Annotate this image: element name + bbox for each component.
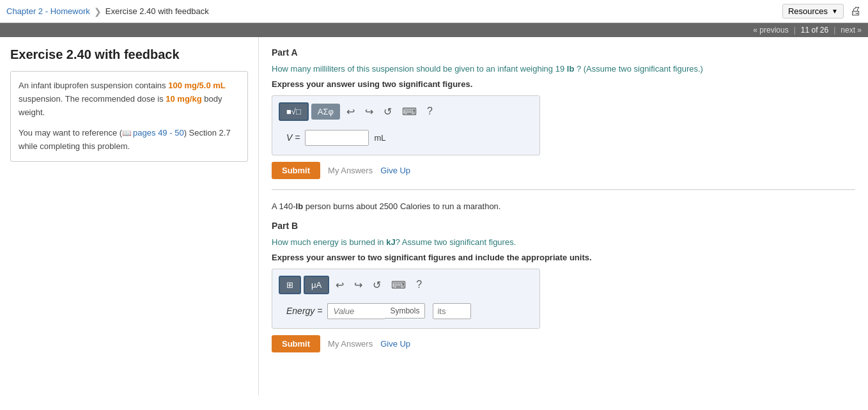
- help-icon: ?: [427, 106, 433, 116]
- part-b-toolbar: ⊞ μA ↩ ↪ ↺ ⌨: [279, 276, 533, 294]
- ref-intro-text: You may want to reference (: [19, 128, 122, 138]
- previous-link[interactable]: « previous: [753, 26, 788, 35]
- grid-icon: ⊞: [286, 280, 293, 290]
- redo-button[interactable]: ↪: [361, 103, 377, 120]
- part-a-label: Part A: [272, 47, 855, 58]
- sidebar: Exercise 2.40 with feedback An infant ib…: [0, 37, 259, 395]
- part-b-value-input[interactable]: [327, 303, 385, 319]
- part-b-question: How much energy is burned in kJ? Assume …: [272, 236, 855, 249]
- between-parts-text: A 140-lb person burns about 2500 Calorie…: [272, 200, 855, 214]
- problem-text: An infant ibuprofen suspension contains …: [19, 79, 240, 119]
- part-b-help-button[interactable]: ?: [412, 276, 426, 293]
- print-icon[interactable]: 🖨: [850, 4, 862, 18]
- pagination-separator-2: |: [833, 26, 835, 35]
- part-a-answer-area: ■√□ ΑΣφ ↩ ↪ ↺ ⌨: [272, 95, 540, 155]
- part-b: Part B How much energy is burned in kJ? …: [272, 221, 855, 352]
- book-icon: 📖: [122, 127, 132, 139]
- part-b-undo-icon: ↩: [336, 280, 344, 290]
- part-divider: [272, 189, 855, 190]
- greek-button[interactable]: ΑΣφ: [311, 104, 340, 120]
- part-b-redo-icon: ↪: [354, 280, 362, 290]
- mu-icon: μA: [311, 280, 322, 290]
- pagination-bar: « previous | 11 of 26 | next »: [0, 23, 868, 37]
- part-a-give-up-link[interactable]: Give Up: [380, 166, 410, 175]
- part-a-my-answers-link[interactable]: My Answers: [328, 166, 373, 175]
- highlight-dose: 10 mg/kg: [166, 94, 201, 104]
- part-b-redo-button[interactable]: ↪: [350, 276, 366, 294]
- top-nav: Chapter 2 - Homework ❯ Exercise 2.40 wit…: [0, 0, 868, 23]
- math-button[interactable]: ■√□: [279, 102, 309, 121]
- part-b-help-icon: ?: [416, 279, 422, 290]
- pages-link[interactable]: pages 49 - 50: [133, 128, 184, 138]
- part-b-reset-icon: ↺: [373, 280, 381, 290]
- resources-caret-icon: ▼: [832, 8, 838, 15]
- symbols-button[interactable]: Symbols: [385, 303, 425, 319]
- main-layout: Exercise 2.40 with feedback An infant ib…: [0, 37, 868, 395]
- part-b-submit-row: Submit My Answers Give Up: [272, 335, 855, 352]
- value-symbols-row: Symbols: [327, 303, 425, 319]
- grid-button[interactable]: ⊞: [279, 276, 301, 294]
- redo-icon: ↪: [365, 106, 373, 117]
- part-b-keyboard-button[interactable]: ⌨: [387, 276, 410, 294]
- part-a: Part A How many milliliters of this susp…: [272, 47, 855, 179]
- resources-button[interactable]: Resources ▼: [782, 4, 844, 19]
- breadcrumb-parent-link[interactable]: Chapter 2 - Homework: [6, 6, 90, 16]
- mu-button[interactable]: μA: [304, 276, 329, 294]
- help-button[interactable]: ?: [423, 103, 437, 120]
- part-b-submit-button[interactable]: Submit: [272, 335, 320, 352]
- highlight-concentration: 100 mg/5.0 mL: [168, 81, 226, 90]
- part-a-question: How many milliliters of this suspension …: [272, 63, 855, 75]
- part-b-eq-label: Energy =: [286, 306, 322, 316]
- part-a-input-row: V = mL: [279, 127, 533, 148]
- part-a-submit-button[interactable]: Submit: [272, 162, 320, 179]
- undo-icon: ↩: [346, 106, 355, 117]
- undo-button[interactable]: ↩: [343, 103, 359, 120]
- part-a-unit: mL: [374, 133, 385, 143]
- part-b-keyboard-icon: ⌨: [391, 280, 406, 290]
- part-b-label: Part B: [272, 221, 855, 231]
- greek-icon: ΑΣφ: [318, 107, 334, 116]
- breadcrumb-separator: ❯: [94, 6, 102, 17]
- part-a-toolbar: ■√□ ΑΣφ ↩ ↪ ↺ ⌨: [279, 102, 533, 121]
- pagination-separator-1: |: [794, 26, 796, 35]
- part-b-input-row: Energy = Symbols: [279, 301, 533, 322]
- keyboard-button[interactable]: ⌨: [398, 103, 421, 120]
- exercise-title: Exercise 2.40 with feedback: [10, 47, 248, 62]
- keyboard-icon: ⌨: [402, 106, 417, 117]
- part-a-submit-row: Submit My Answers Give Up: [272, 162, 855, 179]
- breadcrumb-current: Exercise 2.40 with feedback: [105, 6, 209, 16]
- part-b-give-up-link[interactable]: Give Up: [380, 339, 410, 349]
- pagination-position: 11 of 26: [801, 26, 828, 35]
- part-b-instruction: Express your answer to two significant f…: [272, 253, 855, 262]
- resources-label: Resources: [788, 6, 828, 16]
- top-right-controls: Resources ▼ 🖨: [782, 4, 862, 19]
- part-b-answer-area: ⊞ μA ↩ ↪ ↺ ⌨: [272, 269, 540, 329]
- problem-mid: suspension. The recommended dose is: [19, 94, 166, 104]
- part-b-undo-button[interactable]: ↩: [332, 276, 348, 294]
- reset-icon: ↺: [384, 106, 392, 117]
- part-a-instruction: Express your answer using two significan…: [272, 79, 855, 89]
- content-area: Part A How many milliliters of this susp…: [259, 37, 868, 395]
- next-link[interactable]: next »: [841, 26, 862, 35]
- breadcrumb: Chapter 2 - Homework ❯ Exercise 2.40 wit…: [6, 6, 209, 17]
- part-b-reset-button[interactable]: ↺: [369, 276, 385, 294]
- part-b-units-input[interactable]: [433, 303, 471, 319]
- problem-intro: An infant ibuprofen suspension contains: [19, 81, 168, 90]
- part-a-input[interactable]: [305, 130, 369, 146]
- reset-button[interactable]: ↺: [380, 103, 396, 120]
- problem-box: An infant ibuprofen suspension contains …: [10, 71, 248, 162]
- part-b-my-answers-link[interactable]: My Answers: [328, 339, 373, 349]
- part-a-eq-label: V =: [286, 132, 300, 143]
- problem-ref: You may want to reference (📖pages 49 - 5…: [19, 127, 240, 154]
- math-icon: ■√□: [286, 107, 301, 116]
